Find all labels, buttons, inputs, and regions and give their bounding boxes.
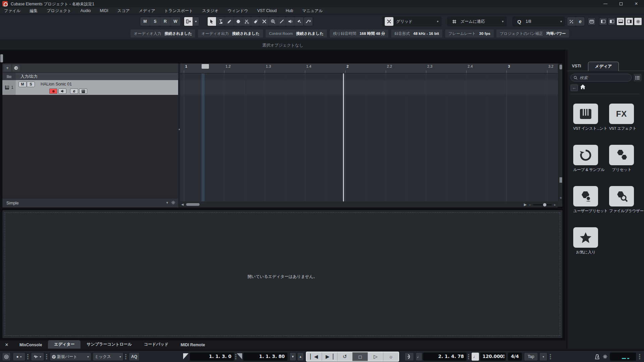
scroll-left-icon[interactable]: ◀ [180, 203, 185, 206]
arrange-area[interactable] [180, 73, 558, 201]
cycle-button[interactable]: ↺ [337, 352, 353, 361]
zoom-slider-thumb[interactable] [543, 203, 546, 206]
minimize-button[interactable]: — [598, 0, 613, 7]
time-signature-display[interactable]: 4/4 [508, 353, 522, 361]
quantize-e-button[interactable]: e [576, 17, 585, 26]
track-preset-icon[interactable] [12, 65, 20, 71]
split-tool[interactable] [243, 17, 251, 26]
lower-zone-close-icon[interactable]: ✕ [0, 342, 13, 349]
zoom-in-icon[interactable]: + [554, 203, 556, 207]
results-list-icon[interactable] [634, 74, 642, 81]
lower-zone-tab-サンプラーコントロール[interactable]: サンプラーコントロール [80, 340, 138, 349]
autoscroll-dropdown[interactable]: ▼ [193, 17, 199, 26]
snap-icon[interactable] [385, 17, 393, 26]
cycle-record-mode-dropdown[interactable]: ミックス ▼ [93, 352, 123, 361]
media-tile-file-browser[interactable]: ファイルブラウザー [609, 186, 634, 214]
edit-channel-button[interactable]: e [70, 88, 78, 94]
tempo-spinner[interactable]: ▲▼ [503, 354, 505, 359]
status-chip[interactable]: 録音形式48 kHz - 16 bit [391, 29, 442, 38]
auto-quantize-button[interactable]: AQ [129, 352, 140, 361]
home-icon[interactable] [580, 84, 586, 91]
tab-vsti[interactable]: VSTi [572, 64, 581, 68]
midi-record-mode-dropdown[interactable]: 新規パート ▼ [50, 352, 91, 361]
zoom-tool[interactable] [269, 17, 277, 26]
menu-item-トランスポート[interactable]: トランスポート [164, 8, 193, 14]
zoom-out-icon[interactable]: − [529, 203, 531, 207]
automation-s-button[interactable]: S [150, 17, 160, 26]
lower-zone-tab-mixconsole[interactable]: MixConsole [13, 341, 48, 349]
snap-grid-dropdown[interactable]: グリッド ▼ [382, 17, 441, 26]
iterative-quantize-icon[interactable] [567, 17, 576, 26]
audio-record-mode-button[interactable]: ▼ [31, 352, 44, 361]
automation-r-button[interactable]: R [160, 17, 170, 26]
menu-item-ウィンドウ[interactable]: ウィンドウ [228, 8, 248, 14]
quantize-dropdown[interactable]: Q 1/8 ▼ [513, 17, 565, 26]
lower-zone-tab-midi-remote[interactable]: MIDI Remote [174, 341, 211, 349]
media-tile-favorites[interactable]: お気に入り [573, 227, 598, 255]
right-zone-icon[interactable] [625, 17, 633, 25]
timeline-ruler[interactable]: 11.21.31.422.22.32.433.2 [180, 63, 558, 73]
gear-icon[interactable] [171, 200, 175, 206]
punch-in-icon[interactable]: ▼ [289, 352, 296, 361]
media-tile-loop[interactable]: ループ & サンプル [573, 145, 598, 172]
transport-gear-icon[interactable] [601, 352, 609, 361]
media-tile-presets[interactable]: プリセット [609, 145, 634, 172]
record-mode-button[interactable]: ●▼ [13, 352, 25, 361]
range-tool[interactable] [216, 17, 225, 26]
kebab-icon[interactable]: ●●● [125, 354, 127, 360]
go-to-end-button[interactable]: ▶▕ [322, 352, 337, 361]
monitor-button[interactable] [58, 88, 66, 94]
go-to-start-button[interactable]: ▏◀ [307, 352, 322, 361]
status-chip[interactable]: Control Room接続されました [266, 29, 327, 38]
menu-item-VST Cloud[interactable]: VST Cloud [257, 8, 277, 13]
track-list-empty-area[interactable] [2, 95, 178, 198]
kebab-icon[interactable]: ●●● [549, 354, 551, 360]
menu-item-プロジェクト[interactable]: プロジェクト [47, 8, 71, 14]
vertical-zoom-handle[interactable] [559, 177, 562, 183]
autoscroll-button[interactable] [184, 17, 193, 26]
kebab-icon[interactable]: ●●● [468, 354, 470, 360]
left-zone-icon[interactable] [608, 17, 616, 25]
media-tile-user-presets[interactable]: ユーザープリセット [573, 186, 598, 214]
keyboard-icon[interactable] [588, 17, 596, 25]
track-list-preset-label[interactable]: Simple [6, 201, 19, 205]
automation-w-button[interactable]: W [170, 17, 180, 26]
automation-m-button[interactable]: M [140, 17, 150, 26]
line-tool[interactable] [277, 17, 286, 26]
vertical-scroll-thumb[interactable] [559, 65, 562, 69]
project-cursor[interactable] [343, 73, 344, 201]
kebab-icon[interactable]: ●●● [27, 354, 29, 360]
media-tile-fx[interactable]: FXVST エフェクト [609, 104, 634, 131]
input-output-folder-row[interactable]: 入力/出力 [2, 73, 178, 80]
mute-button[interactable]: M [18, 81, 26, 87]
punch-out-icon[interactable]: ▲ [297, 352, 304, 361]
select-tool[interactable] [208, 17, 216, 26]
grid-type-dropdown[interactable]: ズームに適応 ▼ [447, 17, 506, 26]
locator-handle[interactable] [202, 64, 209, 69]
add-track-button[interactable]: + [4, 65, 11, 71]
kebab-icon[interactable]: ●●● [639, 354, 641, 360]
media-search[interactable] [571, 74, 632, 81]
left-locator-display[interactable]: 1. 1. 3. 0 [190, 353, 234, 361]
mute-tool[interactable] [260, 17, 269, 26]
menu-item-Audio[interactable]: Audio [80, 8, 91, 13]
menu-item-メディア[interactable]: メディア [139, 8, 155, 14]
menu-item-ファイル[interactable]: ファイル [4, 8, 20, 14]
menu-item-マニュアル[interactable]: マニュアル [302, 8, 323, 14]
setup-gear-icon[interactable] [634, 17, 642, 25]
horizontal-scrollbar[interactable]: ◀ ▶ − + [180, 201, 558, 207]
status-chip[interactable]: オーディオ入力接続されました [130, 29, 195, 38]
tap-tempo-button[interactable]: Tap [524, 352, 538, 361]
search-input[interactable] [580, 75, 623, 80]
record-enable-button[interactable] [49, 88, 57, 94]
menu-item-MIDI[interactable]: MIDI [100, 8, 108, 13]
scroll-right-icon[interactable]: ▶ [524, 202, 527, 207]
metronome-icon[interactable] [593, 352, 601, 361]
vertical-scrollbar[interactable]: + [558, 63, 562, 201]
position-display[interactable]: 2. 1. 4. 78 [423, 353, 467, 361]
instrument-icon[interactable] [79, 88, 87, 94]
color-tool[interactable] [295, 17, 304, 26]
tempo-track-icon[interactable]: ♩ [472, 353, 479, 361]
status-chip[interactable]: フレームレート30 fps [445, 29, 494, 38]
inspector-zone-icon[interactable] [599, 17, 607, 25]
